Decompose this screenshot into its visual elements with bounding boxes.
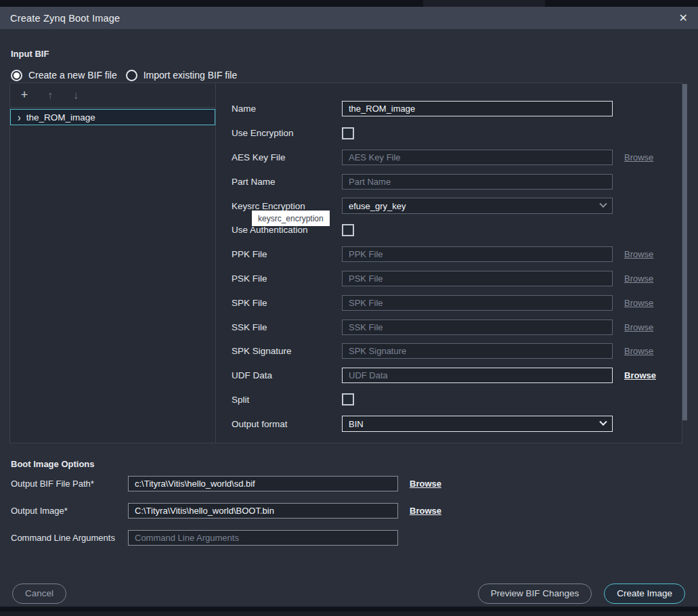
spk-file-field[interactable] — [342, 295, 613, 311]
keysrc-encryption-value: efuse_gry_key — [349, 201, 406, 211]
name-field[interactable] — [342, 101, 613, 116]
input-bif-section-label: Input BIF — [11, 49, 49, 59]
split-label: Split — [232, 395, 342, 405]
spk-file-label: SPK File — [232, 298, 342, 308]
aes-key-file-label: AES Key File — [232, 152, 342, 162]
tree-item-the-rom-image[interactable]: › the_ROM_image — [10, 109, 215, 125]
spk-signature-field[interactable] — [342, 343, 613, 359]
udf-data-browse-link[interactable]: Browse — [624, 370, 656, 380]
command-line-arguments-label: Command Line Arguments — [11, 533, 128, 543]
psk-file-label: PSK File — [232, 273, 342, 284]
form-row-ssk-file: SSK File Browse — [216, 315, 682, 339]
spk-signature-browse-link[interactable]: Browse — [624, 346, 653, 356]
psk-file-field[interactable] — [342, 271, 613, 286]
close-icon[interactable]: ✕ — [679, 13, 688, 24]
add-icon[interactable]: + — [18, 88, 30, 102]
ssk-file-label: SSK File — [232, 322, 342, 332]
move-up-icon[interactable]: ↑ — [44, 89, 56, 102]
ppk-file-field[interactable] — [342, 246, 613, 262]
form-row-split: Split — [216, 388, 682, 412]
vertical-scrollbar-thumb[interactable] — [682, 84, 687, 420]
form-row-part-name: Part Name — [216, 169, 682, 194]
keysrc-encryption-label: Keysrc Encryption — [232, 201, 342, 211]
output-format-value: BIN — [349, 419, 364, 429]
form-row-aes-key-file: AES Key File Browse — [216, 146, 682, 170]
output-image-label: Output Image* — [11, 506, 128, 516]
output-bif-browse-link[interactable]: Browse — [410, 479, 441, 489]
radio-unselected-icon — [126, 70, 137, 81]
bif-tree-panel: + ↑ ↓ › the_ROM_image — [10, 83, 216, 443]
dialog-titlebar: Create Zynq Boot Image ✕ — [0, 7, 698, 29]
dialog-title: Create Zynq Boot Image — [10, 13, 120, 24]
boot-row-output-image: Output Image* Browse — [11, 497, 687, 524]
udf-data-label: UDF Data — [232, 370, 342, 380]
form-row-output-format: Output format BIN — [216, 412, 682, 436]
radio-create-new-bif[interactable]: Create a new BIF file — [11, 70, 117, 81]
chevron-right-icon[interactable]: › — [18, 112, 21, 123]
boot-image-options-section-label: Boot Image Options — [11, 459, 95, 469]
bif-editor-panels: + ↑ ↓ › the_ROM_image Name Use Encryptio… — [9, 83, 682, 443]
radio-selected-icon — [11, 70, 22, 81]
form-row-psk-file: PSK File Browse — [216, 267, 682, 291]
form-row-ppk-file: PPK File Browse — [216, 242, 682, 267]
use-authentication-label: Use Authentication — [232, 225, 342, 235]
bif-mode-radio-group: Create a new BIF file Import existing BI… — [11, 68, 237, 83]
name-label: Name — [232, 104, 342, 114]
keysrc-encryption-select[interactable]: efuse_gry_key — [342, 198, 613, 214]
radio-import-existing-bif[interactable]: Import existing BIF file — [126, 70, 238, 81]
part-name-field[interactable] — [342, 174, 613, 190]
boot-row-command-line-arguments: Command Line Arguments — [11, 524, 687, 551]
form-row-name: Name — [216, 97, 682, 121]
form-row-udf-data: UDF Data Browse — [216, 364, 682, 388]
radio-create-new-bif-label: Create a new BIF file — [28, 70, 117, 81]
background-top-tab — [423, 0, 545, 7]
output-bif-file-path-field[interactable] — [128, 476, 398, 491]
dialog-footer: Cancel Preview BIF Changes Create Image — [12, 583, 685, 604]
udf-data-field[interactable] — [342, 368, 613, 383]
form-row-spk-signature: SPK Signature Browse — [216, 339, 682, 364]
split-checkbox[interactable] — [342, 393, 354, 405]
radio-import-existing-bif-label: Import existing BIF file — [144, 70, 238, 81]
create-image-button[interactable]: Create Image — [604, 584, 685, 604]
command-line-arguments-field[interactable] — [128, 530, 398, 546]
spk-signature-label: SPK Signature — [232, 346, 342, 356]
form-row-use-encryption: Use Encryption — [216, 121, 682, 146]
psk-file-browse-link[interactable]: Browse — [624, 273, 653, 284]
ppk-file-browse-link[interactable]: Browse — [624, 249, 653, 259]
form-row-spk-file: SPK File Browse — [216, 290, 682, 315]
bif-attributes-form: Name Use Encryption AES Key File Browse … — [216, 83, 682, 443]
ssk-file-field[interactable] — [342, 320, 613, 335]
background-top-strip — [0, 0, 698, 7]
move-down-icon[interactable]: ↓ — [70, 89, 82, 102]
aes-key-file-field[interactable] — [342, 150, 613, 165]
output-image-browse-link[interactable]: Browse — [410, 506, 441, 516]
create-zynq-boot-image-dialog: Create Zynq Boot Image ✕ Input BIF Creat… — [0, 7, 698, 607]
use-encryption-checkbox[interactable] — [342, 127, 354, 139]
keysrc-encryption-tooltip: keysrc_encryption — [252, 211, 330, 226]
output-image-field[interactable] — [128, 503, 398, 519]
preview-bif-changes-button[interactable]: Preview BIF Changes — [478, 584, 592, 604]
tree-toolbar: + ↑ ↓ — [10, 83, 215, 108]
background-bottom-strip — [0, 607, 698, 616]
spk-file-browse-link[interactable]: Browse — [624, 298, 653, 308]
chevron-down-icon — [599, 418, 607, 426]
boot-image-options-form: Output BIF File Path* Browse Output Imag… — [11, 470, 687, 551]
use-authentication-checkbox[interactable] — [342, 224, 354, 236]
tree-item-label: the_ROM_image — [26, 112, 95, 123]
background-bottom-strip-inner — [0, 611, 698, 616]
ppk-file-label: PPK File — [232, 249, 342, 259]
use-encryption-label: Use Encryption — [232, 128, 342, 138]
app-background: Create Zynq Boot Image ✕ Input BIF Creat… — [0, 0, 698, 616]
ssk-file-browse-link[interactable]: Browse — [624, 322, 653, 332]
aes-key-file-browse-link[interactable]: Browse — [624, 152, 653, 162]
output-bif-file-path-label: Output BIF File Path* — [11, 479, 128, 489]
part-name-label: Part Name — [232, 177, 342, 187]
output-format-select[interactable]: BIN — [342, 416, 613, 432]
cancel-button[interactable]: Cancel — [12, 584, 66, 604]
chevron-down-icon — [599, 200, 607, 208]
output-format-label: Output format — [232, 419, 342, 429]
boot-row-output-bif-path: Output BIF File Path* Browse — [11, 470, 687, 497]
